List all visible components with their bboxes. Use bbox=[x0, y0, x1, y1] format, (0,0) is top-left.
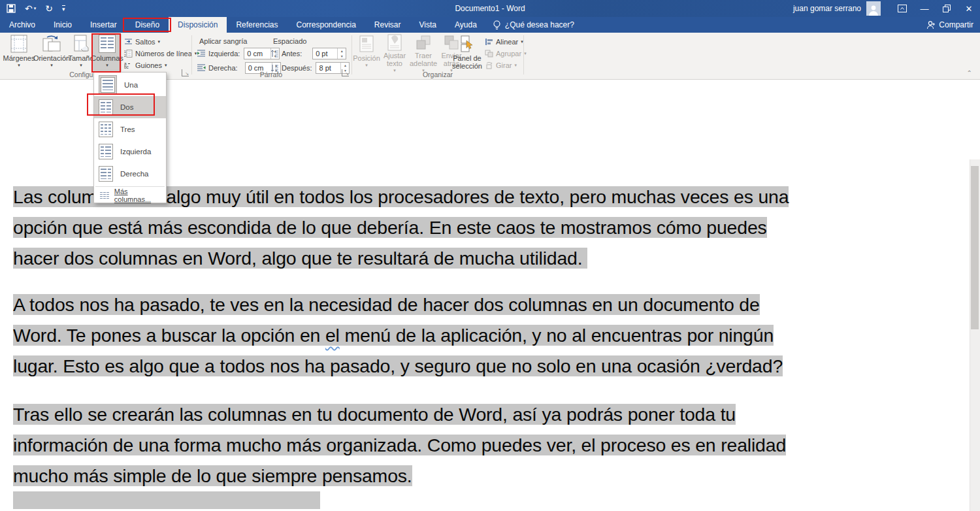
two-columns-icon bbox=[99, 99, 113, 115]
tell-me-box[interactable]: ¿Qué desea hacer? bbox=[486, 20, 574, 30]
position-icon bbox=[359, 34, 374, 54]
hyphenation-button[interactable]: abc Guiones▾ bbox=[124, 59, 167, 71]
rotate-dropdown-arrow: ▾ bbox=[514, 63, 517, 68]
tab-revisar[interactable]: Revisar bbox=[365, 17, 410, 33]
scrollbar-thumb[interactable] bbox=[971, 166, 979, 329]
menu-item-tres[interactable]: Tres bbox=[94, 118, 166, 140]
tab-diseno[interactable]: Diseño bbox=[126, 17, 169, 33]
doc-line: Tras ello se crearán las columnas en tu … bbox=[13, 404, 736, 425]
rotate-button[interactable]: Girar▾ bbox=[485, 59, 517, 71]
indent-left-label: Izquierda: bbox=[208, 50, 240, 58]
right-column-icon bbox=[99, 166, 113, 182]
tab-archivo[interactable]: Archivo bbox=[0, 17, 44, 33]
group-icon bbox=[485, 50, 493, 58]
selection-pane-button[interactable]: Panel deselección bbox=[451, 34, 483, 72]
hyphenation-dropdown-arrow: ▾ bbox=[165, 63, 167, 68]
bring-forward-icon bbox=[415, 34, 432, 51]
doc-line: mucho más simple de lo que siempre pensa… bbox=[13, 465, 412, 486]
breaks-dropdown-arrow: ▾ bbox=[158, 39, 161, 44]
selected-empty-line bbox=[13, 491, 320, 509]
breaks-button[interactable]: Saltos▾ bbox=[124, 36, 160, 47]
share-person-icon bbox=[926, 21, 936, 29]
doc-line: opción que está más escondida de lo que … bbox=[13, 217, 767, 238]
share-label: Compartir bbox=[939, 20, 973, 29]
orientation-icon bbox=[42, 34, 61, 54]
tab-vista[interactable]: Vista bbox=[410, 17, 446, 33]
spacing-before-label: Antes: bbox=[282, 50, 302, 58]
tab-inicio[interactable]: Inicio bbox=[44, 17, 81, 33]
margins-icon bbox=[10, 34, 27, 54]
align-icon bbox=[485, 38, 493, 46]
menu-item-mas-columnas[interactable]: Más columnas... bbox=[94, 188, 166, 203]
ribbon-display-options-button[interactable] bbox=[891, 0, 913, 17]
collapse-ribbon-button[interactable]: ⌃ bbox=[967, 69, 972, 76]
word-window: ↶▾ ↻ ▾ Documento1 - Word juan gomar serr… bbox=[0, 0, 980, 511]
paragraph-dialog-launcher[interactable] bbox=[342, 69, 349, 76]
line-numbers-button[interactable]: 12 Números de línea▾ bbox=[124, 48, 197, 59]
menu-item-una[interactable]: Una bbox=[94, 74, 166, 96]
tab-insertar[interactable]: Insertar bbox=[81, 17, 126, 33]
margins-dropdown-arrow: ▾ bbox=[18, 63, 20, 68]
indent-section-label: Aplicar sangría bbox=[199, 37, 247, 45]
menu-item-derecha[interactable]: Derecha bbox=[94, 163, 166, 185]
title-bar: ↶▾ ↻ ▾ Documento1 - Word juan gomar serr… bbox=[0, 0, 980, 17]
svg-text:2: 2 bbox=[124, 54, 126, 58]
wrap-text-button[interactable]: Ajustar texto ▾ bbox=[381, 34, 408, 72]
user-icon bbox=[868, 4, 879, 16]
menu-separator bbox=[95, 186, 165, 187]
wrap-text-icon bbox=[387, 34, 402, 51]
left-column-icon bbox=[99, 144, 113, 159]
ribbon-tab-bar: Archivo Inicio Insertar Diseño Disposici… bbox=[0, 17, 980, 33]
spellcheck-squiggle: el bbox=[325, 325, 340, 346]
document-text: Las columnas son algo muy útil en todos … bbox=[13, 182, 789, 509]
share-button[interactable]: Compartir bbox=[926, 17, 973, 33]
three-columns-icon bbox=[99, 122, 113, 137]
size-icon bbox=[73, 34, 89, 54]
avatar[interactable] bbox=[866, 1, 881, 16]
line-numbers-icon: 12 bbox=[124, 50, 133, 58]
tab-correspondencia[interactable]: Correspondencia bbox=[287, 17, 365, 33]
tab-ayuda[interactable]: Ayuda bbox=[446, 17, 486, 33]
minimize-button[interactable]: — bbox=[913, 0, 936, 17]
breaks-icon bbox=[124, 38, 133, 45]
spacing-before-row: Antes: 0 pt ▲▼ bbox=[270, 47, 346, 59]
menu-item-dos[interactable]: Dos bbox=[94, 96, 166, 118]
size-button[interactable]: Tamaño ▾ bbox=[69, 34, 93, 72]
arrange-group-label: Organizar bbox=[353, 71, 522, 78]
page-setup-dialog-launcher[interactable] bbox=[182, 69, 189, 76]
columns-icon bbox=[99, 34, 116, 54]
spacing-before-icon bbox=[270, 50, 279, 58]
group-button[interactable]: Agrupar▾ bbox=[485, 48, 527, 59]
one-column-icon-selected bbox=[99, 75, 117, 95]
doc-line: hacer dos columnas en Word, algo que te … bbox=[13, 248, 587, 269]
svg-text:bc: bc bbox=[124, 65, 129, 69]
menu-item-izquierda[interactable]: Izquierda bbox=[94, 140, 166, 163]
minimize-icon: — bbox=[921, 4, 929, 14]
spacing-before-spinner[interactable]: ▲▼ bbox=[337, 48, 346, 59]
doc-line: A todos nos ha pasado, te ves en la nece… bbox=[13, 294, 760, 315]
restore-button[interactable] bbox=[936, 0, 958, 17]
position-button[interactable]: Posición ▾ bbox=[353, 34, 380, 72]
more-columns-icon bbox=[100, 192, 109, 199]
margins-button[interactable]: Márgenes ▾ bbox=[4, 34, 34, 72]
tab-referencias[interactable]: Referencias bbox=[227, 17, 287, 33]
tab-disposicion[interactable]: Disposición bbox=[169, 17, 227, 33]
close-button[interactable]: ✕ bbox=[958, 0, 980, 17]
restore-icon bbox=[943, 5, 951, 12]
paragraph-3: Tras ello se crearán las columnas en tu … bbox=[13, 399, 789, 491]
orientation-button[interactable]: Orientación ▾ bbox=[35, 34, 68, 72]
signed-in-user: juan gomar serrano bbox=[793, 4, 861, 13]
close-icon: ✕ bbox=[966, 4, 973, 14]
ribbon-display-options-icon bbox=[898, 5, 907, 12]
hyphenation-icon: abc bbox=[124, 61, 133, 69]
columns-button[interactable]: Columnas ▾ bbox=[93, 34, 122, 72]
columns-dropdown-arrow: ▾ bbox=[106, 63, 108, 68]
columns-dropdown-menu: Una Dos Tres Izquierda Derecha Más colum… bbox=[93, 72, 167, 203]
spacing-before-field[interactable]: 0 pt ▲▼ bbox=[312, 48, 346, 59]
vertical-scrollbar[interactable] bbox=[970, 159, 980, 511]
align-button[interactable]: Alinear▾ bbox=[485, 36, 523, 47]
size-dropdown-arrow: ▾ bbox=[80, 63, 82, 68]
bring-forward-button[interactable]: Traer adelante ▾ bbox=[410, 34, 437, 72]
orientation-dropdown-arrow: ▾ bbox=[50, 63, 53, 68]
paragraph-group-label: Párrafo bbox=[193, 71, 349, 78]
